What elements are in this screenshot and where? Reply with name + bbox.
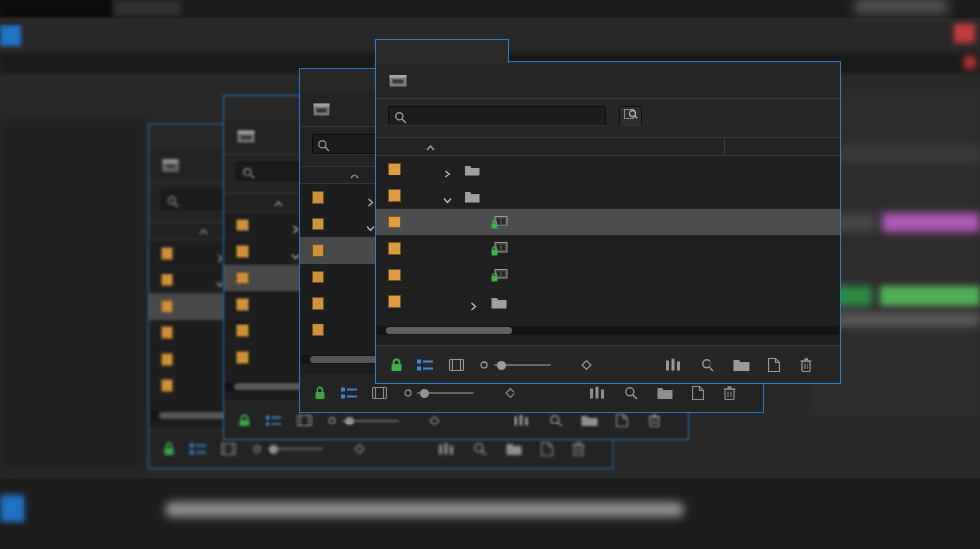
list-view-button[interactable]: [341, 387, 357, 400]
automate-to-sequence-button[interactable]: [514, 415, 528, 427]
new-bin-button[interactable]: [506, 443, 522, 456]
table-row[interactable]: [376, 262, 840, 288]
column-header-frame-rate[interactable]: [724, 139, 733, 154]
column-header-name[interactable]: [344, 167, 359, 183]
label-color-chip[interactable]: [236, 272, 249, 284]
label-color-chip[interactable]: [312, 244, 324, 257]
table-row[interactable]: [376, 182, 840, 209]
label-color-chip[interactable]: [388, 242, 401, 255]
list-view-button[interactable]: [190, 443, 206, 456]
label-color-chip[interactable]: [312, 271, 324, 283]
project-icon: [389, 73, 409, 91]
zoom-slider[interactable]: [267, 448, 323, 450]
label-color-chip[interactable]: [161, 274, 173, 286]
column-header-name[interactable]: [420, 138, 435, 155]
zoom-slider[interactable]: [417, 392, 474, 394]
zoom-slider-thumb[interactable]: [497, 361, 506, 370]
panel-body: [375, 61, 841, 384]
project-lock-button[interactable]: [390, 358, 403, 372]
new-item-button[interactable]: [692, 386, 704, 400]
label-color-chip[interactable]: [388, 189, 401, 202]
delete-button[interactable]: [723, 386, 736, 401]
project-lock-button[interactable]: [163, 442, 175, 456]
find-toolbar-button[interactable]: [549, 414, 563, 427]
icon-view-button[interactable]: [221, 443, 236, 455]
automate-to-sequence-button[interactable]: [666, 359, 680, 372]
label-color-chip[interactable]: [161, 247, 173, 260]
zoom-slider-thumb[interactable]: [345, 417, 354, 425]
chevron-down-icon[interactable]: [443, 191, 452, 209]
scrollbar-thumb[interactable]: [386, 327, 512, 334]
icon-view-button[interactable]: [372, 387, 387, 399]
list-view-button[interactable]: [266, 415, 281, 427]
zoom-slider[interactable]: [494, 364, 551, 366]
project-lock-button[interactable]: [314, 386, 326, 400]
sort-ascending-icon: [426, 141, 435, 153]
search-icon: [318, 138, 330, 156]
find-toolbar-button[interactable]: [473, 442, 487, 456]
delete-button[interactable]: [572, 442, 585, 457]
label-color-chip[interactable]: [161, 353, 173, 366]
label-color-chip[interactable]: [236, 351, 249, 364]
list-view-button[interactable]: [417, 359, 433, 372]
table-row[interactable]: [376, 209, 840, 235]
label-color-chip[interactable]: [312, 324, 324, 336]
panel-tab[interactable]: [375, 39, 509, 63]
label-color-chip[interactable]: [236, 298, 249, 311]
label-color-chip[interactable]: [312, 191, 324, 204]
find-toolbar-button[interactable]: [701, 358, 714, 372]
label-color-chip[interactable]: [388, 163, 401, 175]
search-input[interactable]: [411, 107, 605, 126]
folder-icon: [465, 163, 480, 180]
search-box[interactable]: [388, 106, 606, 125]
freeform-view-button[interactable]: [504, 387, 516, 400]
freeform-view-button[interactable]: [353, 443, 366, 456]
icon-view-button[interactable]: [297, 415, 312, 426]
zoom-slider[interactable]: [342, 420, 399, 422]
chevron-down-icon[interactable]: [367, 220, 375, 237]
new-item-button[interactable]: [616, 414, 628, 427]
column-header-name[interactable]: [269, 194, 283, 211]
label-color-chip[interactable]: [312, 218, 324, 230]
delete-button[interactable]: [648, 414, 661, 428]
label-color-chip[interactable]: [236, 219, 249, 231]
freeform-view-button[interactable]: [580, 359, 593, 372]
icon-view-button[interactable]: [449, 359, 464, 371]
label-color-chip[interactable]: [161, 379, 173, 392]
panels-layer: [0, 0, 980, 549]
horizontal-scrollbar[interactable]: [377, 326, 839, 335]
zoom-out-icon: [328, 417, 336, 424]
label-color-chip[interactable]: [388, 295, 401, 308]
chevron-right-icon[interactable]: [443, 165, 452, 182]
label-color-chip[interactable]: [312, 297, 324, 310]
label-color-chip[interactable]: [236, 324, 249, 337]
new-item-button[interactable]: [768, 358, 780, 372]
project-panel: [375, 39, 841, 384]
zoom-out-icon: [404, 389, 412, 397]
new-bin-button[interactable]: [733, 359, 750, 372]
label-color-chip[interactable]: [388, 269, 401, 281]
label-color-chip[interactable]: [161, 326, 173, 339]
freeform-view-button[interactable]: [428, 415, 441, 427]
table-row[interactable]: [376, 235, 840, 262]
column-header-name[interactable]: [193, 223, 208, 239]
chevron-right-icon[interactable]: [367, 193, 375, 211]
label-color-chip[interactable]: [161, 300, 173, 313]
new-bin-button[interactable]: [657, 387, 673, 400]
automate-to-sequence-button[interactable]: [590, 387, 604, 400]
zoom-slider-thumb[interactable]: [420, 389, 429, 398]
folder-icon: [465, 189, 480, 207]
chevron-right-icon[interactable]: [469, 297, 478, 315]
table-row[interactable]: [376, 156, 840, 182]
label-color-chip[interactable]: [236, 245, 249, 258]
delete-button[interactable]: [800, 358, 812, 373]
new-item-button[interactable]: [541, 442, 553, 456]
project-lock-button[interactable]: [238, 414, 251, 427]
table-row[interactable]: [376, 288, 840, 315]
automate-to-sequence-button[interactable]: [439, 443, 453, 456]
zoom-slider-thumb[interactable]: [270, 445, 278, 454]
find-button[interactable]: [619, 106, 642, 125]
find-toolbar-button[interactable]: [624, 386, 638, 400]
new-bin-button[interactable]: [581, 415, 598, 427]
label-color-chip[interactable]: [388, 216, 401, 228]
